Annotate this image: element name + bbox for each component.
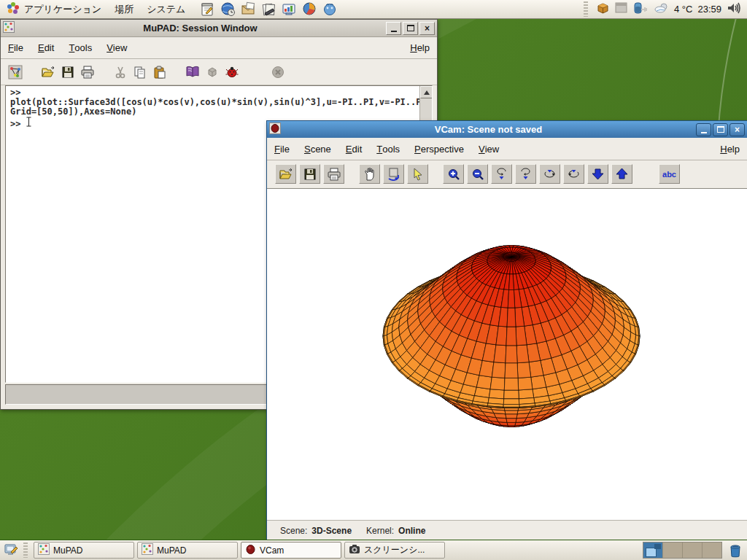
rotate-object-icon[interactable]: [383, 164, 404, 184]
mupad-menu-tools[interactable]: Tools: [61, 37, 99, 58]
places-menu-label: 場所: [115, 3, 133, 16]
vcam-menu-scene[interactable]: Scene: [297, 138, 338, 160]
vcam-toolbar: abc: [267, 160, 747, 187]
task-mupad-1[interactable]: MuPAD: [34, 542, 134, 559]
show-desktop-button[interactable]: [2, 542, 20, 559]
mupad-menu-edit[interactable]: Edit: [31, 37, 61, 58]
task-screenshot[interactable]: スクリーンシ...: [344, 542, 445, 559]
rotate-right-icon[interactable]: [515, 164, 536, 184]
task-vcam[interactable]: VCam: [241, 542, 341, 559]
zoom-in-icon[interactable]: [443, 164, 464, 184]
mupad-menu-help[interactable]: Help: [403, 37, 437, 58]
cut-icon[interactable]: [110, 63, 130, 81]
vcam-menu-perspective[interactable]: Perspective: [407, 138, 471, 160]
move-up-icon[interactable]: [611, 164, 632, 184]
mupad-toolbar: [1, 59, 437, 85]
save-icon[interactable]: [58, 63, 77, 81]
weather-icon[interactable]: [654, 1, 669, 17]
applications-menu[interactable]: アプリケーション: [0, 0, 108, 18]
workspace-4[interactable]: [703, 542, 721, 558]
task-label: VCam: [260, 545, 284, 556]
pan-hand-icon[interactable]: [359, 164, 380, 184]
vcam-menu-edit[interactable]: Edit: [338, 138, 369, 160]
clock[interactable]: 23:59: [697, 4, 721, 15]
text-cursor: [26, 117, 32, 129]
minimize-button[interactable]: [696, 123, 711, 136]
spin-left-icon[interactable]: [539, 164, 560, 184]
battery-plug-icon[interactable]: [632, 1, 649, 18]
chart-document-icon[interactable]: [281, 1, 298, 18]
open-icon[interactable]: [275, 164, 296, 184]
speaker-icon[interactable]: [727, 1, 741, 18]
abc-icon[interactable]: abc: [659, 164, 680, 184]
web-browser-icon[interactable]: [220, 1, 236, 18]
documents-icon[interactable]: [260, 1, 277, 18]
email-icon[interactable]: [240, 1, 257, 18]
kernel-label: Kernel:: [366, 526, 394, 536]
mupad-menubar: File Edit Tools View Help: [1, 37, 437, 59]
vcam-menu-tools[interactable]: Tools: [369, 138, 407, 160]
task-label: MuPAD: [157, 545, 186, 556]
vcam-menubar: File Scene Edit Tools Perspective View H…: [267, 138, 747, 160]
system-menu-label: システム: [147, 3, 185, 16]
mupad-icon: [142, 543, 153, 557]
vcam-menu-help[interactable]: Help: [713, 138, 747, 160]
move-down-icon[interactable]: [587, 164, 608, 184]
debug-icon[interactable]: [222, 63, 241, 81]
mupad-logo-icon[interactable]: [5, 63, 25, 81]
system-tray: 4 °C 23:59: [584, 0, 747, 18]
vcam-menu-file[interactable]: File: [267, 138, 297, 160]
render-icon[interactable]: [202, 63, 222, 81]
trash-icon[interactable]: [727, 542, 744, 559]
places-menu[interactable]: 場所: [108, 0, 140, 18]
minimize-button[interactable]: [386, 22, 401, 35]
scene-label: Scene:: [280, 526, 307, 536]
text-editor-icon[interactable]: [199, 1, 216, 18]
window-list-icon[interactable]: [615, 2, 627, 16]
rotate-left-icon[interactable]: [491, 164, 512, 184]
package-icon[interactable]: [596, 1, 610, 18]
vcam-statusbar: Scene: 3D-Scene Kernel: Online: [267, 521, 747, 540]
stop-icon[interactable]: [268, 63, 287, 81]
workspace-2[interactable]: [663, 542, 683, 558]
workspace-1[interactable]: [643, 542, 663, 558]
paste-icon[interactable]: [150, 63, 169, 81]
task-mupad-2[interactable]: MuPAD: [137, 542, 238, 559]
print-icon[interactable]: [323, 164, 344, 184]
save-icon[interactable]: [299, 164, 320, 184]
session-line: Grid=[50,50]),Axes=None): [10, 107, 417, 117]
pointer-icon[interactable]: [407, 164, 428, 184]
top-panel: アプリケーション 場所 システム: [0, 0, 747, 19]
print-icon[interactable]: [77, 63, 97, 81]
scene-value: 3D-Scene: [311, 526, 352, 536]
help-book-icon[interactable]: [182, 63, 202, 81]
vcam-canvas-3d[interactable]: [267, 189, 746, 518]
vcam-window: VCam: Scene not saved × File Scene Edit …: [266, 120, 747, 541]
panel-handle[interactable]: [584, 1, 588, 17]
task-label: MuPAD: [53, 545, 82, 556]
spin-right-icon[interactable]: [563, 164, 584, 184]
copy-icon[interactable]: [130, 63, 150, 81]
maximize-button[interactable]: [403, 22, 418, 35]
applications-menu-icon: [7, 1, 20, 17]
taskbar-handle[interactable]: [23, 542, 28, 558]
open-icon[interactable]: [38, 63, 58, 81]
vcam-scene-view[interactable]: [267, 188, 747, 521]
mupad-menu-view[interactable]: View: [99, 37, 134, 58]
workspace-3[interactable]: [683, 542, 703, 558]
scroll-up-button[interactable]: [420, 86, 433, 98]
pie-chart-icon[interactable]: [301, 1, 318, 18]
close-button[interactable]: ×: [729, 123, 745, 136]
mupad-menu-file[interactable]: File: [1, 37, 31, 58]
mupad-window-title: MuPAD: Session Window: [18, 23, 383, 34]
close-button[interactable]: ×: [419, 22, 435, 35]
bluefish-icon[interactable]: [322, 1, 338, 18]
maximize-button[interactable]: [713, 123, 728, 136]
mupad-titlebar[interactable]: MuPAD: Session Window ×: [1, 20, 437, 37]
weather-temperature[interactable]: 4 °C: [674, 4, 692, 15]
vcam-titlebar[interactable]: VCam: Scene not saved ×: [267, 121, 747, 138]
camera-icon: [349, 544, 360, 556]
vcam-menu-view[interactable]: View: [471, 138, 506, 160]
zoom-out-icon[interactable]: [467, 164, 488, 184]
system-menu[interactable]: システム: [140, 0, 192, 18]
